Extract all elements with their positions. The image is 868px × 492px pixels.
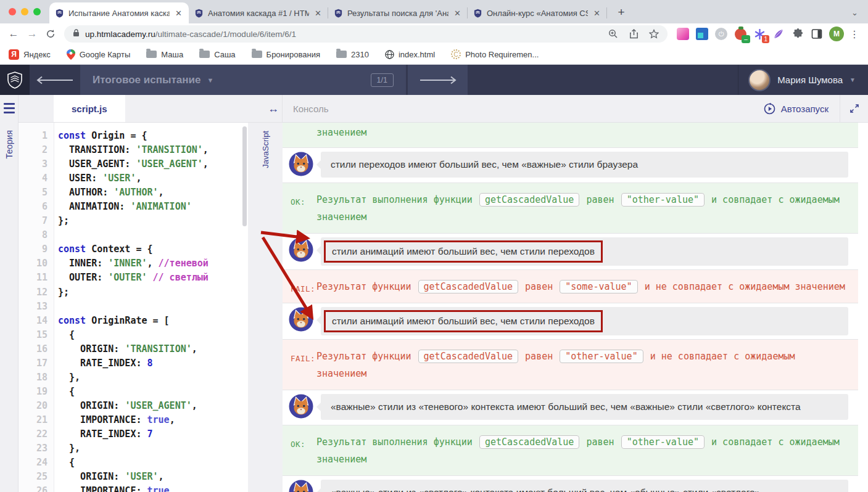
bookmark-item[interactable]: index.html (385, 50, 435, 59)
code-token (147, 272, 153, 283)
code-token: TRANSITION: (58, 144, 136, 155)
power-extension-icon[interactable]: ⏻ (714, 27, 728, 41)
console-message-assertion: «важные» стили из «светлого» контекста и… (283, 476, 858, 492)
bookmark-label: Яндекс (23, 50, 51, 59)
expand-console-icon[interactable] (849, 104, 859, 113)
line-number-gutter: 1234567891011121314151617181920212223242… (19, 123, 54, 492)
address-bar[interactable]: up.htmlacademy.ru/ultimate-cascade/1/mod… (64, 25, 668, 43)
user-menu[interactable]: Мария Шумова ▼ (738, 65, 868, 95)
star-icon[interactable] (647, 27, 661, 41)
forward-icon[interactable]: → (23, 25, 41, 43)
code-token: , (203, 158, 209, 170)
puzzle-extensions-icon[interactable] (791, 27, 804, 41)
htmlacademy-favicon-icon (194, 9, 204, 18)
line-number: 6 (19, 200, 48, 214)
tab-close-icon[interactable]: ✕ (453, 9, 462, 18)
code-line: ORIGIN: 'USER_AGENT', (58, 399, 209, 413)
browser-tab[interactable]: Онлайн-курс «Анатомия CSS»✕ (468, 2, 607, 23)
window-minimize-button[interactable] (21, 8, 28, 15)
htmlacademy-favicon-icon (334, 9, 343, 18)
assertion-bubble: стили анимаций имеют больший вес, чем ст… (321, 307, 848, 335)
reload-icon[interactable] (42, 25, 59, 43)
bookmark-label: Photo Requiremen... (465, 50, 539, 59)
editor-scrollbar[interactable] (242, 126, 247, 226)
feather-extension-icon[interactable] (772, 27, 785, 41)
bookmark-item[interactable]: ЯЯндекс (9, 49, 51, 60)
code-token: IMPORTANCE: (58, 485, 147, 492)
browser-tab[interactable]: Анатомия каскада #1 / HTML✕ (189, 2, 328, 23)
bookmark-item[interactable]: Бронирования (252, 50, 320, 59)
htmlacademy-favicon-icon (473, 9, 482, 18)
code-token: 'TRANSITION' (125, 343, 191, 355)
task-title-block[interactable]: Итоговое испытание ▼ 1/1 (80, 65, 406, 95)
editor-file-tab[interactable]: script.js (54, 95, 125, 122)
result-text-fragment: равен (519, 281, 558, 292)
panel-resizer[interactable]: ↔ JavaScript (248, 95, 283, 492)
next-task-button[interactable] (408, 65, 468, 95)
pink-gradient-extension-icon[interactable] (676, 27, 690, 41)
code-line: RATE_INDEX: 8 (58, 356, 209, 371)
code-line: { (58, 456, 209, 470)
console-output[interactable]: значением стили переходов имеют больший … (283, 123, 868, 492)
console-message-ok: OK:Результат выполнения функции getCasca… (283, 425, 858, 476)
autorun-button[interactable]: Автозапуск (764, 103, 829, 115)
tab-close-icon[interactable]: ✕ (174, 9, 183, 18)
htmlacademy-logo-icon[interactable] (0, 65, 30, 95)
tab-close-icon[interactable]: ✕ (592, 9, 601, 18)
code-line (58, 228, 209, 242)
code-editor[interactable]: 1234567891011121314151617181920212223242… (19, 123, 248, 492)
lock-icon (73, 29, 80, 39)
share-icon[interactable] (626, 27, 641, 41)
back-icon[interactable]: ← (5, 25, 22, 43)
theory-tab[interactable]: Теория (4, 130, 14, 159)
code-token: , (192, 400, 197, 411)
bookmark-label: Бронирования (267, 50, 320, 59)
tomato-timer-extension-icon[interactable]: – (734, 27, 747, 41)
side-panel-icon[interactable] (810, 27, 824, 41)
window-controls (5, 0, 49, 23)
tab-search-chevron-icon[interactable]: ⌄ (851, 8, 858, 17)
back-task-button[interactable] (30, 65, 80, 95)
code-content[interactable]: const Origin = { TRANSITION: 'TRANSITION… (54, 123, 209, 492)
hamburger-menu-icon[interactable] (4, 103, 15, 113)
bookmark-item[interactable]: CPhoto Requiremen... (451, 49, 539, 59)
code-token: { (58, 329, 75, 340)
code-token: 'USER_AGENT' (125, 400, 191, 411)
left-rail: Теория (0, 95, 19, 492)
line-number: 19 (19, 385, 48, 399)
resize-horizontal-icon[interactable]: ↔ (268, 102, 279, 115)
snowflake-extension-icon[interactable]: 1 (753, 27, 766, 41)
bookmark-label: Google Карты (80, 50, 131, 59)
line-number: 10 (19, 256, 48, 271)
new-tab-button[interactable]: + (612, 3, 630, 22)
code-token: USER_AGENT: (58, 158, 136, 170)
code-token: true (147, 485, 170, 492)
zoom-icon[interactable] (606, 27, 621, 41)
cat-avatar (289, 152, 313, 179)
code-chip: getCascadedValue (479, 193, 580, 207)
bookmark-item[interactable]: Саша (199, 50, 235, 59)
window-close-button[interactable] (9, 8, 16, 15)
window-zoom-button[interactable] (33, 8, 41, 15)
browser-tab[interactable]: Испытание Анатомия каскада✕ (49, 2, 189, 23)
result-text-fragment: Результат функции (316, 281, 417, 292)
code-line: }; (58, 214, 209, 228)
folder-icon (199, 51, 210, 58)
browser-profile-avatar[interactable]: M (829, 27, 844, 41)
globe-icon (385, 50, 394, 59)
tab-strip-tabs: Испытание Анатомия каскада✕ Анатомия кас… (49, 0, 607, 23)
menu-dots-icon[interactable]: ⋮ (849, 28, 859, 40)
user-name: Мария Шумова (777, 75, 843, 85)
bookmark-item[interactable]: 2310 (336, 50, 369, 59)
bookmark-item[interactable]: Маша (146, 50, 183, 59)
url-domain: up.htmlacademy.ru (85, 30, 155, 39)
browser-tab[interactable]: Результаты поиска для 'Анато✕ (328, 2, 468, 23)
code-chip: getCascadedValue (418, 280, 519, 293)
photos-extension-icon[interactable] (695, 27, 709, 41)
line-number: 8 (19, 228, 48, 242)
tab-close-icon[interactable]: ✕ (313, 9, 323, 18)
cat-avatar-icon (289, 237, 313, 262)
code-token: Origin = { (91, 130, 147, 141)
code-chip: "other-value" (621, 435, 705, 449)
bookmark-item[interactable]: Google Карты (67, 49, 131, 60)
